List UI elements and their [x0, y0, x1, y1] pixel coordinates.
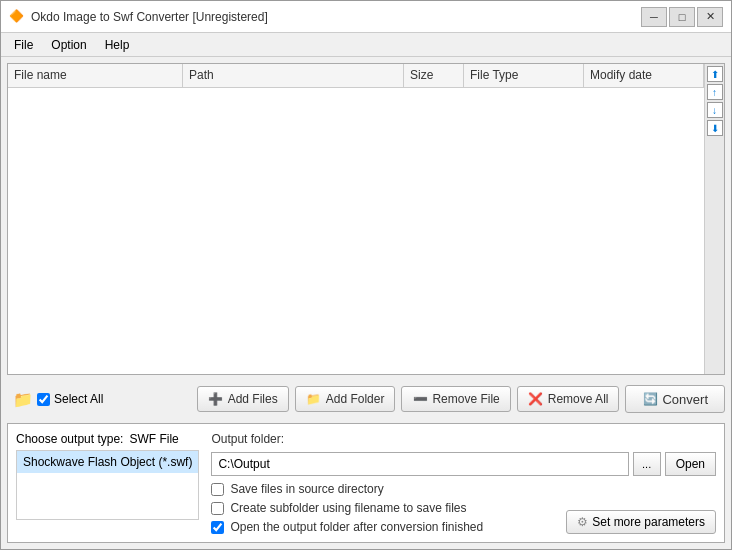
- open-after-conversion-label: Open the output folder after conversion …: [230, 520, 483, 534]
- table-body[interactable]: [8, 88, 704, 374]
- remove-file-label: Remove File: [432, 392, 499, 406]
- output-type-label: Choose output type:: [16, 432, 123, 446]
- add-folder-icon: 📁: [306, 391, 322, 407]
- output-type-item-swf[interactable]: Shockwave Flash Object (*.swf): [17, 451, 198, 473]
- set-more-params-button[interactable]: ⚙ Set more parameters: [566, 510, 716, 534]
- save-in-source-checkbox[interactable]: [211, 483, 224, 496]
- content-area: File name Path Size File Type Modify dat…: [1, 57, 731, 549]
- minimize-button[interactable]: ─: [641, 7, 667, 27]
- main-window: 🔶 Okdo Image to Swf Converter [Unregiste…: [0, 0, 732, 550]
- title-bar: 🔶 Okdo Image to Swf Converter [Unregiste…: [1, 1, 731, 33]
- folder-and-params: Output folder: ... Open Save files in so…: [211, 432, 716, 534]
- file-table-container: File name Path Size File Type Modify dat…: [7, 63, 725, 375]
- select-all-area: 📁 Select All: [7, 388, 191, 411]
- menu-file[interactable]: File: [5, 35, 42, 55]
- title-bar-controls: ─ □ ✕: [641, 7, 723, 27]
- scroll-bottom-button[interactable]: ⬇: [707, 120, 723, 136]
- close-button[interactable]: ✕: [697, 7, 723, 27]
- gear-icon: ⚙: [577, 515, 588, 529]
- output-type-header: Choose output type: SWF File: [16, 432, 199, 446]
- open-after-conversion-checkbox[interactable]: [211, 521, 224, 534]
- table-scrollbar: ⬆ ↑ ↓ ⬇: [704, 64, 724, 374]
- output-path-input[interactable]: [211, 452, 628, 476]
- convert-label: Convert: [662, 392, 708, 407]
- add-files-icon: ➕: [208, 391, 224, 407]
- col-filename: File name: [8, 64, 183, 87]
- output-folder-row: ... Open: [211, 452, 716, 476]
- menu-option[interactable]: Option: [42, 35, 95, 55]
- menu-help[interactable]: Help: [96, 35, 139, 55]
- create-subfolder-checkbox[interactable]: [211, 502, 224, 515]
- add-folder-button[interactable]: 📁 Add Folder: [295, 386, 396, 412]
- col-size: Size: [404, 64, 464, 87]
- scroll-down-button[interactable]: ↓: [707, 102, 723, 118]
- title-bar-left: 🔶 Okdo Image to Swf Converter [Unregiste…: [9, 9, 268, 25]
- app-icon: 🔶: [9, 9, 25, 25]
- add-folder-label: Add Folder: [326, 392, 385, 406]
- options-and-params-row: Save files in source directory Create su…: [211, 482, 716, 534]
- browse-button[interactable]: ...: [633, 452, 661, 476]
- table-main: File name Path Size File Type Modify dat…: [8, 64, 704, 374]
- remove-file-button[interactable]: ➖ Remove File: [401, 386, 510, 412]
- col-filetype: File Type: [464, 64, 584, 87]
- window-title: Okdo Image to Swf Converter [Unregistere…: [31, 10, 268, 24]
- checkbox-row-3: Open the output folder after conversion …: [211, 520, 558, 534]
- remove-all-label: Remove All: [548, 392, 609, 406]
- maximize-button[interactable]: □: [669, 7, 695, 27]
- remove-all-icon: ❌: [528, 391, 544, 407]
- scroll-up-button[interactable]: ↑: [707, 84, 723, 100]
- checkboxes-col: Save files in source directory Create su…: [211, 482, 558, 534]
- toolbar: 📁 Select All ➕ Add Files 📁 Add Folder ➖ …: [7, 381, 725, 417]
- select-all-label: Select All: [54, 392, 103, 406]
- add-files-button[interactable]: ➕ Add Files: [197, 386, 289, 412]
- params-btn-label: Set more parameters: [592, 515, 705, 529]
- add-files-label: Add Files: [228, 392, 278, 406]
- output-type-list[interactable]: Shockwave Flash Object (*.swf): [16, 450, 199, 520]
- convert-icon: 🔄: [642, 391, 658, 407]
- select-all-folder-icon: 📁: [13, 390, 33, 409]
- output-folder-label: Output folder:: [211, 432, 716, 446]
- menu-bar: File Option Help: [1, 33, 731, 57]
- table-header: File name Path Size File Type Modify dat…: [8, 64, 704, 88]
- convert-button[interactable]: 🔄 Convert: [625, 385, 725, 413]
- checkbox-row-2: Create subfolder using filename to save …: [211, 501, 558, 515]
- select-all-checkbox[interactable]: [37, 393, 50, 406]
- save-in-source-label: Save files in source directory: [230, 482, 383, 496]
- open-button[interactable]: Open: [665, 452, 716, 476]
- bottom-panel: Choose output type: SWF File Shockwave F…: [7, 423, 725, 543]
- create-subfolder-label: Create subfolder using filename to save …: [230, 501, 466, 515]
- checkbox-row-1: Save files in source directory: [211, 482, 558, 496]
- scroll-top-button[interactable]: ⬆: [707, 66, 723, 82]
- col-modifydate: Modify date: [584, 64, 704, 87]
- output-type-value: SWF File: [129, 432, 178, 446]
- remove-file-icon: ➖: [412, 391, 428, 407]
- col-path: Path: [183, 64, 404, 87]
- output-type-section: Choose output type: SWF File Shockwave F…: [16, 432, 199, 534]
- remove-all-button[interactable]: ❌ Remove All: [517, 386, 620, 412]
